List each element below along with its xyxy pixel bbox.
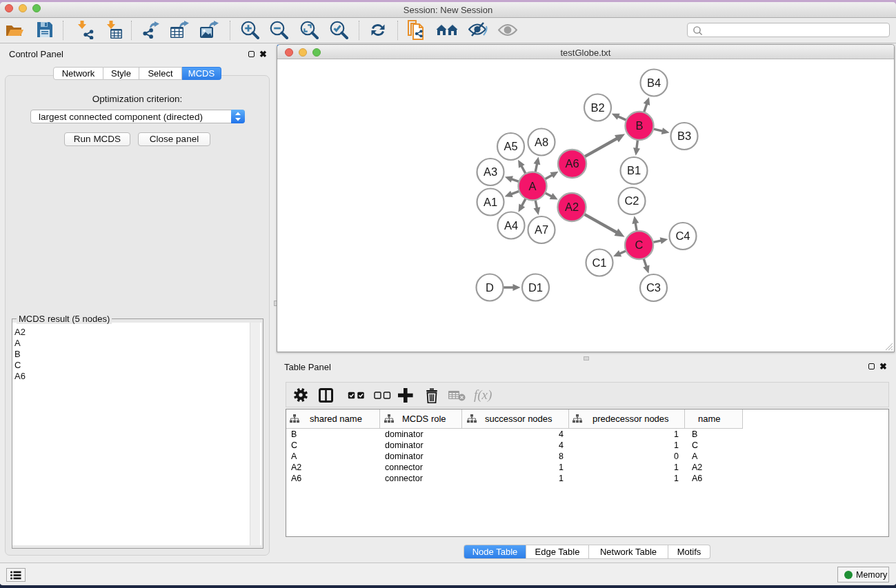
- svg-text:A1: A1: [484, 196, 497, 208]
- svg-text:A5: A5: [504, 140, 517, 152]
- svg-text:C3: C3: [646, 281, 661, 294]
- svg-text:B: B: [635, 119, 643, 132]
- svg-text:D1: D1: [528, 281, 543, 294]
- svg-text:B3: B3: [677, 130, 691, 142]
- svg-text:B2: B2: [590, 101, 604, 114]
- svg-text:C1: C1: [592, 256, 606, 269]
- svg-text:A6: A6: [565, 157, 579, 170]
- svg-text:A3: A3: [484, 165, 497, 178]
- svg-text:D: D: [486, 281, 494, 294]
- svg-text:C: C: [635, 239, 644, 251]
- svg-text:A8: A8: [535, 136, 548, 148]
- svg-text:C2: C2: [624, 194, 639, 207]
- svg-text:A7: A7: [535, 223, 548, 236]
- svg-text:C4: C4: [675, 230, 690, 242]
- svg-text:A2: A2: [565, 201, 579, 213]
- svg-text:B4: B4: [647, 77, 661, 89]
- svg-text:A: A: [528, 180, 536, 192]
- svg-text:A4: A4: [504, 219, 518, 232]
- svg-text:B1: B1: [627, 164, 641, 176]
